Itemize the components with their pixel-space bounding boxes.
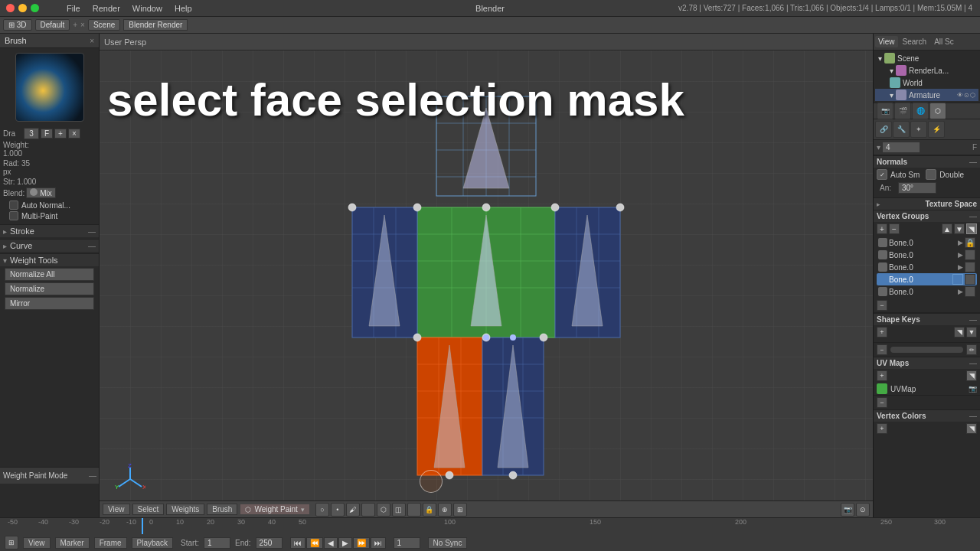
vg-lock-0[interactable]: 🔒 (965, 237, 975, 248)
select-menu-button[interactable]: Select (132, 504, 165, 515)
armature-tree-item[interactable]: ▾ Armature 👁 ⊙ ⬡ (875, 89, 978, 101)
eye-icon[interactable]: 👁 (957, 92, 963, 99)
face-mask-icon[interactable]: ◫ (392, 503, 406, 517)
render-engine-button[interactable]: Blender Render (123, 19, 188, 31)
shape-keys-section-header[interactable]: Shape Keys — (874, 313, 980, 325)
bottom-frame-button[interactable]: Frame (94, 537, 127, 549)
tab-search[interactable]: Search (900, 36, 930, 47)
play-reverse-button[interactable]: ◀ (324, 537, 338, 549)
maximize-button[interactable] (31, 4, 39, 12)
index-input[interactable] (882, 142, 920, 153)
end-input[interactable] (256, 537, 283, 549)
jump-start-button[interactable]: ⏮ (290, 537, 305, 549)
scene-props-icon[interactable]: 🎬 (894, 103, 911, 119)
angle-input[interactable] (898, 182, 936, 194)
grid-icon[interactable]: ⊞ (453, 503, 467, 517)
bottom-view-button[interactable]: View (23, 537, 51, 549)
scene-tree-item[interactable]: ▾ Scene (875, 52, 978, 64)
multi-paint-checkbox[interactable] (9, 211, 18, 220)
uv-minus-button[interactable]: − (877, 397, 887, 408)
weight-tools-section-header[interactable]: ▾ Weight Tools (0, 253, 99, 266)
sync-button[interactable]: No Sync (428, 537, 468, 549)
onion-icon[interactable]: ⬡ (377, 503, 390, 517)
vg-special-button[interactable]: ◥ (966, 223, 977, 234)
close-button[interactable] (6, 4, 15, 12)
uv-item[interactable]: UVMap 📷 (874, 383, 980, 395)
step-forward-button[interactable]: ⏩ (353, 537, 370, 549)
vg-lock-1[interactable] (965, 249, 975, 260)
brush-tool-icon[interactable]: 🖌 (346, 503, 360, 517)
weights-menu-button[interactable]: Weights (166, 504, 204, 515)
render-icon[interactable]: ⬡ (970, 92, 975, 99)
circle-select-icon[interactable]: ○ (315, 503, 329, 517)
menu-render[interactable]: Render (87, 2, 126, 15)
vg-down-button[interactable]: ▼ (954, 223, 965, 234)
viewport-layout-button[interactable]: Default (35, 19, 70, 31)
bottom-marker-button[interactable]: Marker (55, 537, 90, 549)
vg-up-button[interactable]: ▲ (942, 223, 952, 234)
menu-window[interactable]: Window (126, 2, 168, 15)
left-panel-close-icon[interactable]: × (90, 37, 94, 45)
f-button[interactable]: F (41, 129, 53, 139)
vg-remove-button[interactable]: − (889, 223, 900, 234)
minimize-button[interactable] (18, 4, 27, 12)
sk-add-button[interactable]: + (877, 327, 887, 337)
vg-add-button[interactable]: + (877, 223, 887, 234)
render-props-icon[interactable]: 📷 (877, 103, 893, 119)
menu-help[interactable]: Help (168, 2, 198, 15)
tab-view[interactable]: View (875, 36, 898, 47)
brush-menu-button[interactable]: Brush (207, 504, 237, 515)
uv-add-button[interactable]: + (877, 370, 887, 381)
world-tree-item[interactable]: World (875, 77, 978, 89)
auto-normal-checkbox[interactable] (9, 201, 18, 210)
view-menu-button[interactable]: View (103, 504, 130, 515)
dot-select-icon[interactable]: • (331, 503, 345, 517)
vg-lock-3[interactable] (965, 274, 975, 285)
magnet-icon[interactable]: ⊕ (438, 503, 452, 517)
normals-section-header[interactable]: Normals — (874, 155, 980, 168)
texture-space-section-header[interactable]: ▸ Texture Space (874, 197, 980, 210)
jump-end-button[interactable]: ⏭ (371, 537, 386, 549)
vg-item-0[interactable]: Bone.0 ▶ 🔒 (877, 236, 977, 249)
curve-section-header[interactable]: ▸ Curve — (0, 239, 99, 252)
scene-selector[interactable]: Scene (88, 19, 120, 31)
editor-type-button[interactable]: ⊞ 3D (3, 19, 32, 31)
menu-file[interactable]: File (60, 2, 87, 15)
sk-bottom-minus[interactable]: − (877, 344, 887, 355)
draw-number[interactable]: 3 (24, 128, 39, 139)
sk-pencil-icon[interactable]: ✏ (966, 344, 977, 355)
start-input[interactable] (204, 537, 230, 549)
frame-input[interactable] (394, 537, 420, 549)
vg-item-3[interactable]: Bone.0 (877, 273, 977, 285)
tab-all-scenes[interactable]: All Sc (931, 36, 957, 47)
uv-special-button[interactable]: ◥ (966, 370, 977, 381)
vc-add-button[interactable]: + (877, 423, 887, 434)
double-sided-checkbox[interactable] (926, 169, 936, 180)
vg-minus-button[interactable]: − (877, 300, 887, 311)
viewport-3d[interactable]: select face selection mask (100, 51, 873, 517)
physics-icon[interactable]: ⚡ (928, 121, 945, 138)
normalize-all-button[interactable]: Normalize All (5, 268, 94, 281)
object-props-icon[interactable]: ⬡ (929, 103, 946, 119)
auto-smooth-checkbox[interactable]: ✓ (877, 169, 887, 180)
sk-slider[interactable] (890, 347, 963, 353)
stroke-section-header[interactable]: ▸ Stroke — (0, 224, 99, 237)
normalize-button[interactable]: Normalize (5, 282, 94, 295)
render-layer-tree-item[interactable]: ▾ RenderLa... (875, 64, 978, 77)
add-brush-button[interactable]: + (54, 129, 67, 139)
camera-view-icon[interactable]: 📷 (841, 503, 854, 517)
vg-lock-2[interactable] (965, 262, 975, 272)
sk-special-button[interactable]: ◥ (954, 327, 965, 337)
vertex-colors-section-header[interactable]: Vertex Colors — (874, 409, 980, 422)
lock-icon[interactable]: 🔒 (423, 503, 436, 517)
constraints-icon[interactable]: 🔗 (875, 121, 892, 138)
play-button[interactable]: ▶ (338, 537, 352, 549)
render-icon[interactable]: ⊙ (856, 503, 870, 517)
vg-item-1[interactable]: Bone.0 ▶ (877, 249, 977, 261)
vg-lock-4[interactable] (965, 286, 975, 297)
sk-down-button[interactable]: ▼ (966, 327, 977, 337)
vertex-groups-section-header[interactable]: Vertex Groups — (874, 210, 980, 222)
step-back-button[interactable]: ⏪ (306, 537, 323, 549)
uv-maps-section-header[interactable]: UV Maps — (874, 357, 980, 369)
mirror-button[interactable]: Mirror (5, 297, 94, 310)
